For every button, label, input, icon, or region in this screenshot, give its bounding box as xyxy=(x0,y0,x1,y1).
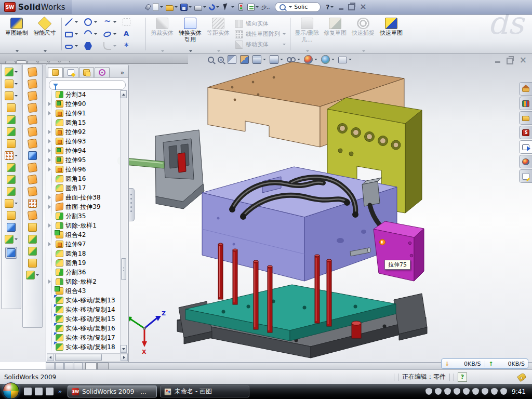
scroll-thumb[interactable] xyxy=(55,354,102,361)
tree-filter-box[interactable] xyxy=(49,80,126,90)
view-tool-button[interactable] xyxy=(208,57,214,63)
menu-item[interactable] xyxy=(105,5,114,9)
manager-tab[interactable] xyxy=(63,67,78,77)
view-tool-button[interactable] xyxy=(228,55,236,64)
sketch-tool-button[interactable] xyxy=(123,40,142,52)
sketch-tool-button[interactable] xyxy=(84,40,103,52)
manager-tab[interactable] xyxy=(48,67,63,77)
feature-tree-item[interactable]: 圆角15 xyxy=(48,118,119,127)
feature-tool-button[interactable] xyxy=(7,211,16,220)
feature-tree-item[interactable]: 切除-放样1 xyxy=(48,221,119,230)
manager-tab[interactable] xyxy=(79,67,94,77)
surface-tool-button[interactable] xyxy=(28,91,37,100)
surface-tool-button[interactable] xyxy=(28,175,37,184)
sketch-tool-button[interactable] xyxy=(65,40,84,52)
feature-tool-button[interactable] xyxy=(5,199,18,208)
expand-arrow-icon[interactable] xyxy=(48,195,51,200)
feature-tool-button[interactable] xyxy=(7,175,16,184)
feature-tool-button[interactable] xyxy=(7,103,16,112)
sketch-tool-button[interactable] xyxy=(123,28,142,40)
restore-button[interactable] xyxy=(348,4,355,10)
model-cavity-block[interactable] xyxy=(155,130,204,209)
tray-icon[interactable] xyxy=(444,388,451,395)
tab-nav-button[interactable] xyxy=(64,363,73,370)
toolbar-button[interactable] xyxy=(194,3,207,11)
surface-tool-button[interactable] xyxy=(28,79,37,88)
task-pane-tab[interactable] xyxy=(519,97,532,110)
tab-nav-button[interactable] xyxy=(74,363,83,370)
toolbar-button[interactable] xyxy=(165,3,178,11)
sketch-tool-button[interactable] xyxy=(123,16,142,28)
feature-tree-item[interactable]: 分割36 xyxy=(48,268,119,277)
expand-arrow-icon[interactable] xyxy=(48,242,51,246)
help-button[interactable]: ? xyxy=(326,4,334,11)
expand-arrow-icon[interactable] xyxy=(48,102,51,106)
view-tool-button[interactable] xyxy=(338,56,352,63)
command-button[interactable]: 显示/删除几... xyxy=(294,16,321,52)
toolbar-button[interactable] xyxy=(247,3,259,11)
feature-tool-button[interactable] xyxy=(7,163,16,172)
sketch-tool-button[interactable] xyxy=(103,16,123,28)
doc-minimize-button[interactable] xyxy=(495,61,500,63)
feature-tool-button[interactable] xyxy=(5,151,18,160)
tree-horizontal-scrollbar[interactable] xyxy=(47,353,128,361)
search-scope-caret-icon[interactable] xyxy=(289,6,292,8)
feature-tree-item[interactable]: 组合42 xyxy=(48,230,119,240)
scroll-down-button[interactable] xyxy=(121,345,127,353)
tray-icon[interactable] xyxy=(454,388,460,395)
view-tool-button[interactable] xyxy=(304,55,317,64)
doc-close-button[interactable] xyxy=(520,57,527,64)
feature-tree-item[interactable]: 拉伸97 xyxy=(48,240,119,249)
sketch-tool-button[interactable] xyxy=(84,16,103,28)
taskbar-window-button[interactable]: SolidWorks 2009 - ... xyxy=(68,385,157,397)
feature-tree-item[interactable]: 曲面-拉伸39 xyxy=(48,202,119,211)
scroll-thumb[interactable] xyxy=(121,258,126,280)
search-box[interactable]: Solic xyxy=(275,2,321,12)
feature-tool-button[interactable] xyxy=(5,79,18,88)
surface-tool-button[interactable] xyxy=(28,151,37,160)
command-button[interactable]: 转换实体引用 xyxy=(177,16,204,52)
sketch-tool-button[interactable] xyxy=(65,28,84,40)
toolbar-button[interactable] xyxy=(145,4,151,10)
command-button[interactable]: 草图绘制 xyxy=(3,16,30,52)
feature-tree-item[interactable]: 实体-移动/复制15 xyxy=(48,314,119,324)
tray-icon[interactable] xyxy=(435,388,442,395)
close-button[interactable] xyxy=(360,3,366,11)
feature-tree-item[interactable]: 曲面-拉伸38 xyxy=(48,193,119,202)
ribbon-tab[interactable] xyxy=(27,61,37,63)
menu-item[interactable] xyxy=(114,5,124,9)
surface-tool-button[interactable] xyxy=(28,139,37,148)
quick-launch-icon[interactable] xyxy=(35,388,43,395)
feature-tree-item[interactable]: 圆角17 xyxy=(48,183,119,193)
ribbon-tab[interactable] xyxy=(16,60,26,63)
feature-tool-button[interactable] xyxy=(7,187,16,196)
feature-tree-item[interactable]: 拉伸92 xyxy=(48,127,119,137)
sketch-tool-button[interactable] xyxy=(65,16,84,28)
sketch-tool-button[interactable] xyxy=(84,28,103,40)
command-button[interactable]: 快速捕捉 xyxy=(350,16,377,52)
feature-tree-item[interactable]: 拉伸94 xyxy=(48,146,119,155)
tray-icon[interactable] xyxy=(425,388,432,395)
tray-icon[interactable] xyxy=(500,388,507,395)
ribbon-tab[interactable] xyxy=(5,61,16,63)
surface-tool-button[interactable] xyxy=(28,247,37,256)
scroll-left-button[interactable] xyxy=(47,354,54,361)
surface-tool-button[interactable] xyxy=(28,103,37,112)
surface-tool-button[interactable] xyxy=(28,115,37,124)
toolbar-overflow[interactable]: 少.. xyxy=(261,4,270,11)
task-pane-tab[interactable] xyxy=(519,82,532,96)
minimize-button[interactable] xyxy=(339,8,343,10)
tab-nav-button[interactable] xyxy=(46,363,55,370)
command-button[interactable]: 线性草图阵列 xyxy=(235,30,286,38)
feature-tree-item[interactable]: 拉伸91 xyxy=(48,109,119,118)
feature-tree-item[interactable]: 分割35 xyxy=(48,211,119,221)
scroll-up-button[interactable] xyxy=(121,90,127,98)
surface-tool-button[interactable] xyxy=(28,163,37,172)
feature-tree-item[interactable]: 拉伸93 xyxy=(48,137,119,146)
panel-expand-chevron[interactable]: » xyxy=(118,69,127,77)
manager-tab[interactable] xyxy=(95,67,110,77)
expand-arrow-icon[interactable] xyxy=(48,111,51,115)
menu-item[interactable] xyxy=(86,5,96,9)
surface-tool-button[interactable] xyxy=(28,259,37,268)
command-button[interactable]: 快速草图 xyxy=(378,16,405,52)
